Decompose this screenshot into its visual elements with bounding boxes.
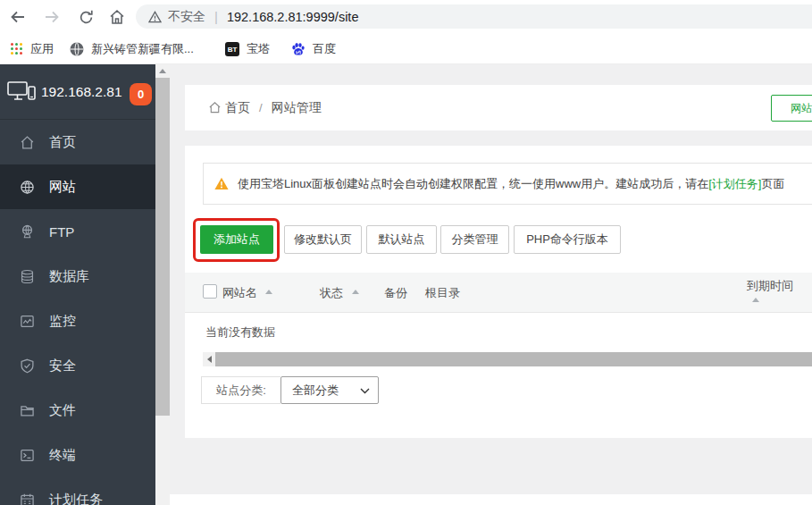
alert-text: 使用宝塔Linux面板创建站点时会自动创建权限配置，统一使用www用户。建站成功… bbox=[238, 176, 784, 192]
globe-icon bbox=[20, 180, 35, 195]
add-site-button[interactable]: 添加站点 bbox=[200, 225, 273, 254]
breadcrumb-home-link[interactable]: 首页 bbox=[225, 100, 250, 116]
sort-asc-icon[interactable] bbox=[352, 290, 359, 294]
monitor-icon bbox=[20, 314, 35, 329]
column-backup: 备份 bbox=[384, 285, 407, 301]
site-management-card: 使用宝塔Linux面板创建站点时会自动创建权限配置，统一使用www用户。建站成功… bbox=[185, 146, 812, 438]
table-header: 网站名 状态 备份 根目录 到期时间 bbox=[185, 273, 812, 313]
sidebar-item-label: 监控 bbox=[49, 313, 76, 330]
sidebar-item-ftp[interactable]: FTP bbox=[0, 209, 155, 254]
sidebar-item-label: 网站 bbox=[49, 179, 76, 196]
info-alert: 使用宝塔Linux面板创建站点时会自动创建权限配置，统一使用www用户。建站成功… bbox=[203, 163, 812, 205]
sidebar-item-website[interactable]: 网站 bbox=[0, 164, 155, 209]
sidebar-item-home[interactable]: 首页 bbox=[0, 120, 155, 164]
calendar-icon bbox=[20, 492, 35, 505]
apps-label: 应用 bbox=[30, 41, 54, 57]
scrollbar-thumb[interactable] bbox=[155, 78, 170, 416]
category-manage-button[interactable]: 分类管理 bbox=[440, 225, 509, 254]
alert-text-before: 使用宝塔Linux面板创建站点时会自动创建权限配置，统一使用www用户。建站成功… bbox=[238, 177, 708, 190]
column-expire-time[interactable]: 到期时间 bbox=[747, 278, 793, 294]
bookmarks-bar: 应用 新兴铸管新疆有限... BT 宝塔 百度 bbox=[0, 34, 812, 64]
sidebar-item-cron[interactable]: 计划任务 bbox=[0, 477, 155, 505]
sidebar-item-label: 安全 bbox=[49, 358, 76, 375]
apps-grid-icon bbox=[11, 43, 23, 55]
table-empty-row: 当前没有数据 bbox=[185, 313, 812, 352]
url-text[interactable]: 192.168.2.81:9999/site bbox=[227, 10, 359, 24]
sidebar-item-database[interactable]: 数据库 bbox=[0, 254, 155, 299]
category-filter-label: 站点分类: bbox=[201, 376, 280, 404]
sidebar-item-files[interactable]: 文件 bbox=[0, 388, 155, 433]
bt-favicon: BT bbox=[225, 42, 239, 56]
sidebar-item-label: 计划任务 bbox=[49, 492, 103, 505]
server-header: 192.168.2.81 0 bbox=[0, 64, 155, 120]
baidu-favicon bbox=[291, 42, 306, 56]
sidebar-item-label: 首页 bbox=[49, 134, 76, 151]
server-icon bbox=[7, 80, 36, 104]
cron-link[interactable]: [计划任务] bbox=[708, 177, 761, 190]
sidebar-item-label: 终端 bbox=[49, 447, 76, 464]
sidebar-item-label: FTP bbox=[49, 224, 74, 240]
default-site-button[interactable]: 默认站点 bbox=[366, 225, 437, 254]
sidebar: 192.168.2.81 0 首页 网站 FTP 数据库 监控 安全 bbox=[0, 64, 155, 505]
category-select-value: 全部分类 bbox=[292, 383, 339, 399]
apps-button[interactable]: 应用 bbox=[11, 34, 54, 64]
bookmark-item[interactable]: 新兴铸管新疆有限... bbox=[70, 34, 194, 64]
sidebar-item-label: 数据库 bbox=[49, 268, 89, 285]
security-warning-icon bbox=[148, 11, 162, 23]
scroll-left-icon[interactable] bbox=[203, 352, 215, 366]
bookmark-item[interactable]: BT 宝塔 bbox=[225, 34, 270, 64]
scroll-up-icon[interactable] bbox=[155, 64, 170, 78]
address-divider: | bbox=[214, 9, 218, 24]
chevron-down-icon bbox=[360, 388, 370, 394]
horizontal-scrollbar[interactable] bbox=[203, 352, 812, 366]
forward-icon[interactable] bbox=[41, 6, 63, 28]
empty-data-text: 当前没有数据 bbox=[205, 313, 275, 352]
breadcrumb-home-icon bbox=[208, 101, 222, 114]
breadcrumb: 首页 / 网站管理 bbox=[208, 85, 322, 130]
site-category-filter: 站点分类: 全部分类 bbox=[201, 376, 379, 404]
column-site-name[interactable]: 网站名 bbox=[222, 285, 257, 301]
sort-asc-icon[interactable] bbox=[265, 290, 272, 294]
home-icon bbox=[20, 135, 35, 150]
folder-icon bbox=[20, 403, 35, 418]
bookmark-label: 新兴铸管新疆有限... bbox=[91, 41, 194, 57]
breadcrumb-card: 首页 / 网站管理 网站搜索 bbox=[185, 85, 812, 130]
sidebar-item-monitor[interactable]: 监控 bbox=[0, 299, 155, 343]
column-root-dir: 根目录 bbox=[425, 285, 460, 301]
sidebar-item-security[interactable]: 安全 bbox=[0, 343, 155, 388]
breadcrumb-current: 网站管理 bbox=[272, 100, 322, 116]
refresh-icon[interactable] bbox=[75, 6, 96, 28]
security-label[interactable]: 不安全 bbox=[168, 9, 205, 25]
terminal-icon bbox=[20, 448, 35, 463]
select-all-checkbox[interactable] bbox=[203, 284, 217, 299]
shield-icon bbox=[20, 358, 35, 374]
sidebar-item-terminal[interactable]: 终端 bbox=[0, 433, 155, 477]
ftp-icon bbox=[20, 224, 35, 240]
bookmark-item[interactable]: 百度 bbox=[291, 34, 336, 64]
main-content: 首页 / 网站管理 网站搜索 使用宝塔Linux面板创建站点时会自动创建权限配置… bbox=[170, 64, 812, 505]
site-search-button[interactable]: 网站搜索 bbox=[771, 95, 812, 122]
back-icon[interactable] bbox=[7, 6, 29, 28]
database-icon bbox=[20, 269, 35, 284]
php-cli-version-button[interactable]: PHP命令行版本 bbox=[514, 225, 621, 254]
notification-badge: 0 bbox=[130, 83, 152, 105]
home-nav-icon[interactable] bbox=[106, 6, 128, 28]
browser-toolbar: 不安全 | 192.168.2.81:9999/site bbox=[0, 0, 812, 34]
sidebar-item-label: 文件 bbox=[49, 402, 76, 419]
h-scrollbar-thumb[interactable] bbox=[215, 352, 812, 366]
globe-favicon bbox=[70, 42, 84, 56]
edit-default-page-button[interactable]: 修改默认页 bbox=[284, 225, 362, 254]
bookmark-label: 宝塔 bbox=[247, 41, 270, 57]
address-bar[interactable]: 不安全 | 192.168.2.81:9999/site bbox=[136, 4, 812, 29]
sidebar-menu: 首页 网站 FTP 数据库 监控 安全 文件 终端 bbox=[0, 120, 155, 505]
sidebar-scrollbar[interactable] bbox=[155, 64, 170, 505]
category-select[interactable]: 全部分类 bbox=[280, 376, 379, 404]
sort-asc-icon[interactable] bbox=[752, 298, 759, 302]
server-ip: 192.168.2.81 bbox=[41, 84, 122, 100]
column-status[interactable]: 状态 bbox=[320, 285, 343, 301]
alert-text-after: 页面 bbox=[761, 177, 784, 190]
breadcrumb-separator: / bbox=[259, 101, 263, 114]
warning-triangle-icon bbox=[214, 177, 229, 190]
bookmark-label: 百度 bbox=[313, 41, 336, 57]
